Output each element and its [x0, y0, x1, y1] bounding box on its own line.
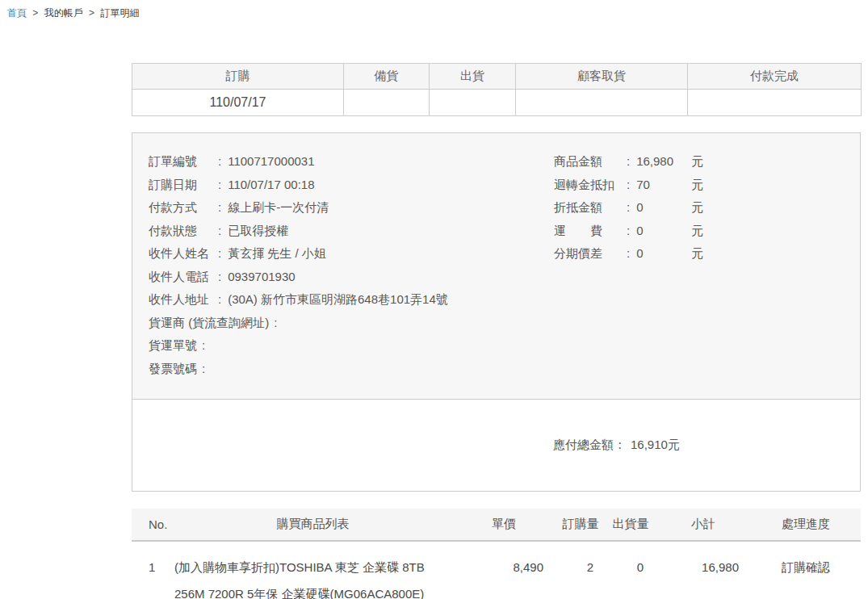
shipping-fee-row: 運 費:0元 [554, 220, 852, 243]
product-header-order-qty: 訂購量 [556, 509, 606, 541]
payment-status-row: 付款狀態:已取得授權 [149, 220, 554, 243]
status-header-pickup: 顧客取貨 [516, 64, 688, 90]
tracking-number-row: 貨運單號: [149, 334, 554, 358]
product-header-subtotal: 小計 [656, 509, 751, 541]
status-value-pickup [516, 90, 688, 116]
breadcrumb-home-link[interactable]: 首頁 [7, 7, 27, 19]
shipping-fee-label: 運 費 [554, 220, 627, 243]
tracking-number-label: 貨運單號 [149, 334, 197, 358]
order-date-label: 訂購日期 [149, 174, 218, 197]
order-number-label: 訂單編號 [149, 150, 218, 174]
rebate-deduction-label: 迴轉金抵扣 [554, 174, 627, 197]
carrier-label: 貨運商 (貨流查詢網址) [149, 312, 269, 335]
currency-unit: 元 [691, 242, 703, 266]
payment-method-value: 線上刷卡-一次付清 [228, 196, 329, 220]
goods-amount-row: 商品金額:16,980元 [554, 150, 852, 174]
product-row-order-qty: 2 [556, 541, 606, 599]
currency-unit: 元 [691, 150, 703, 174]
colon: : [218, 196, 221, 220]
recipient-name-value: 黃玄揮 先生 / 小姐 [228, 242, 326, 266]
discount-amount-label: 折抵金額 [554, 196, 627, 220]
colon: : [627, 242, 630, 266]
order-total-section: 應付總金額：16,910元 [132, 400, 860, 491]
product-header-row: No. 購買商品列表 單價 訂購量 出貨量 小計 處理進度 [132, 509, 861, 541]
carrier-row: 貨運商 (貨流查詢網址): [149, 312, 554, 335]
status-header-preparing: 備貨 [344, 64, 430, 90]
currency-unit: 元 [691, 174, 703, 197]
order-number-value: 1100717000031 [228, 150, 314, 174]
colon: : [218, 266, 221, 289]
product-row-ship-qty: 0 [606, 541, 656, 599]
discount-amount-value: 0 [636, 196, 691, 220]
status-header-row: 訂購 備貨 出貨 顧客取貨 付款完成 [132, 64, 862, 90]
product-header-name: 購買商品列表 [174, 509, 452, 541]
recipient-phone-value: 0939701930 [228, 266, 295, 289]
colon: : [218, 150, 221, 174]
colon: : [627, 220, 630, 243]
status-header-shipped: 出貨 [430, 64, 516, 90]
goods-amount-label: 商品金額 [554, 150, 627, 174]
installment-difference-label: 分期價差 [554, 242, 627, 266]
breadcrumb-current: 訂單明細 [100, 7, 139, 19]
order-info-left-column: 訂單編號:1100717000031 訂購日期:110/07/17 00:18 … [149, 150, 554, 380]
invoice-number-row: 發票號碼: [149, 358, 554, 381]
recipient-phone-row: 收件人電話:0939701930 [149, 266, 554, 289]
product-row-unit-price: 8,490 [452, 541, 556, 599]
product-row-name: (加入購物車享折扣)TOSHIBA 東芝 企業碟 8TB 256M 7200R … [174, 541, 452, 599]
recipient-phone-label: 收件人電話 [149, 266, 218, 289]
colon: : [274, 312, 277, 335]
payment-status-value: 已取得授權 [228, 220, 288, 243]
colon: : [202, 334, 205, 358]
order-info-box: 訂單編號:1100717000031 訂購日期:110/07/17 00:18 … [132, 132, 861, 492]
recipient-address-row: 收件人地址:(30A) 新竹市東區明湖路648巷101弄14號 [149, 288, 554, 312]
breadcrumb: 首頁 > 我的帳戶 > 訂單明細 [0, 0, 868, 19]
colon: : [627, 150, 630, 174]
order-detail-page: 訂購 備貨 出貨 顧客取貨 付款完成 110/07/17 訂單編號:110071… [132, 63, 861, 599]
breadcrumb-separator: > [89, 7, 94, 19]
recipient-address-label: 收件人地址 [149, 288, 218, 312]
rebate-deduction-value: 70 [636, 174, 691, 197]
recipient-address-value: (30A) 新竹市東區明湖路648巷101弄14號 [228, 288, 448, 312]
installment-difference-row: 分期價差:0元 [554, 242, 852, 266]
status-value-shipped [430, 90, 516, 116]
colon: : [218, 220, 221, 243]
status-header-ordered: 訂購 [132, 64, 344, 90]
breadcrumb-separator: > [32, 7, 38, 19]
status-value-ordered-date: 110/07/17 [132, 90, 344, 116]
currency-unit: 元 [691, 220, 703, 243]
invoice-number-label: 發票號碼 [149, 358, 197, 381]
order-info-main: 訂單編號:1100717000031 訂購日期:110/07/17 00:18 … [132, 133, 860, 400]
product-header-status: 處理進度 [751, 509, 861, 541]
product-header-unit-price: 單價 [452, 509, 556, 541]
recipient-name-label: 收件人姓名 [149, 242, 218, 266]
colon: : [218, 242, 221, 266]
currency-unit: 元 [691, 196, 703, 220]
payment-method-row: 付款方式:線上刷卡-一次付清 [149, 196, 554, 220]
colon: : [202, 358, 205, 381]
product-table: No. 購買商品列表 單價 訂購量 出貨量 小計 處理進度 1 (加入購物車享折… [132, 509, 861, 599]
colon: : [218, 288, 221, 312]
status-value-row: 110/07/17 [132, 90, 862, 116]
order-number-row: 訂單編號:1100717000031 [149, 150, 554, 174]
order-date-row: 訂購日期:110/07/17 00:18 [149, 174, 554, 197]
payable-total: 應付總金額：16,910元 [132, 438, 680, 453]
order-date-value: 110/07/17 00:18 [228, 174, 314, 197]
colon: : [627, 196, 630, 220]
product-row-subtotal: 16,980 [656, 541, 751, 599]
status-header-paid: 付款完成 [688, 64, 862, 90]
product-row-status: 訂購確認 [751, 541, 861, 599]
order-status-table: 訂購 備貨 出貨 顧客取貨 付款完成 110/07/17 [132, 63, 862, 116]
payable-total-value: 16,910元 [631, 438, 680, 451]
payable-total-label: 應付總金額： [553, 438, 626, 451]
colon: : [218, 174, 221, 197]
recipient-name-row: 收件人姓名:黃玄揮 先生 / 小姐 [149, 242, 554, 266]
status-value-paid [688, 90, 862, 116]
rebate-deduction-row: 迴轉金抵扣:70元 [554, 174, 852, 197]
shipping-fee-value: 0 [636, 220, 691, 243]
payment-method-label: 付款方式 [149, 196, 218, 220]
product-header-ship-qty: 出貨量 [606, 509, 656, 541]
product-row: 1 (加入購物車享折扣)TOSHIBA 東芝 企業碟 8TB 256M 7200… [132, 541, 861, 599]
breadcrumb-account: 我的帳戶 [44, 7, 83, 19]
status-value-preparing [344, 90, 430, 116]
discount-amount-row: 折抵金額:0元 [554, 196, 852, 220]
